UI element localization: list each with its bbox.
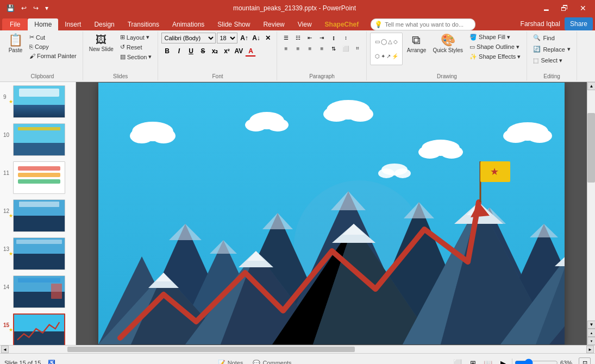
reset-button[interactable]: ↺ Reset — [117, 42, 155, 52]
align-right-btn[interactable]: ≡ — [304, 43, 315, 53]
numbering-btn[interactable]: ☷ — [292, 33, 303, 42]
tab-file[interactable]: File — [2, 18, 28, 30]
tab-transitions[interactable]: Transitions — [121, 18, 166, 30]
scroll-down-btn[interactable]: ▼ — [587, 321, 595, 329]
scrollbar-thumb[interactable] — [587, 113, 595, 182]
scroll-bottom-btn[interactable]: ▼ — [587, 337, 595, 345]
slide-thumbnail-11[interactable] — [13, 161, 65, 194]
tab-home[interactable]: Home — [28, 18, 58, 30]
layout-button[interactable]: ⊞ Layout ▾ — [117, 33, 155, 42]
tab-slideshow[interactable]: Slide Show — [211, 18, 256, 30]
redo-btn[interactable]: ↪ — [31, 3, 41, 13]
h-scroll-left-btn[interactable]: ◄ — [1, 346, 9, 353]
decrease-indent-btn[interactable]: ⇤ — [304, 33, 315, 42]
slide-thumbnail-15[interactable] — [13, 313, 65, 345]
slide-panel[interactable]: 9 ★ 10 11 — [0, 82, 76, 345]
slide-sorter-btn[interactable]: ⊞ — [466, 357, 479, 364]
tab-view[interactable]: View — [291, 18, 318, 30]
shapes-palette[interactable]: ▭ ◯ △ ◇ ⬡ ✦ ↗ ⚡ — [370, 33, 403, 65]
fit-slide-btn[interactable]: ⊡ — [579, 357, 591, 364]
bullets-btn[interactable]: ☰ — [280, 33, 291, 42]
tab-animations[interactable]: Animations — [166, 18, 211, 30]
text-direction-btn[interactable]: ⇅ — [328, 43, 339, 53]
slide-thumbnail-9[interactable] — [13, 85, 65, 118]
subscript-btn[interactable]: x₂ — [209, 46, 220, 57]
strikethrough-btn[interactable]: S — [197, 46, 208, 57]
slide-thumbnail-10[interactable] — [13, 123, 65, 156]
undo-btn[interactable]: ↩ — [19, 3, 29, 13]
tab-review[interactable]: Review — [256, 18, 291, 30]
restore-btn[interactable]: 🗗 — [557, 2, 572, 14]
section-button[interactable]: ▤ Section ▾ — [117, 52, 155, 61]
quick-styles-button[interactable]: 🎨 Quick Styles — [430, 33, 466, 55]
font-size-select[interactable]: 18 — [217, 33, 237, 43]
slide-thumb-13[interactable]: 13 ★ — [2, 236, 73, 271]
notes-button[interactable]: 📝 Notes — [215, 359, 246, 365]
bold-btn[interactable]: B — [161, 46, 172, 57]
slide-thumb-14[interactable]: 14 — [2, 274, 73, 309]
scroll-up-btn[interactable]: ▲ — [587, 82, 595, 90]
cut-button[interactable]: ✂ Cut — [27, 33, 79, 42]
char-spacing-btn[interactable]: AV — [233, 46, 244, 57]
normal-view-btn[interactable]: ⬜ — [451, 357, 464, 364]
decrease-font-btn[interactable]: A↓ — [250, 33, 261, 43]
clear-format-btn[interactable]: ✕ — [262, 33, 273, 43]
tell-me-input[interactable] — [385, 19, 472, 30]
superscript-btn[interactable]: x² — [221, 46, 232, 57]
vertical-scrollbar[interactable]: ▲ ▼ ▲ ▼ — [587, 82, 595, 345]
slideshow-btn[interactable]: ▶ — [497, 357, 510, 364]
slide-thumb-15[interactable]: 15 ★ — [2, 312, 73, 345]
comments-button[interactable]: 💬 Comments — [250, 359, 294, 365]
slide-thumb-10[interactable]: 10 — [2, 122, 73, 157]
copy-button[interactable]: ⎘ Copy — [27, 42, 79, 51]
font-color-btn[interactable]: A — [245, 46, 256, 57]
minimize-btn[interactable]: 🗕 — [538, 2, 554, 14]
slide-thumb-9[interactable]: 9 ★ — [2, 84, 73, 119]
slide-thumbnail-14[interactable] — [13, 275, 65, 308]
columns-btn[interactable]: ⫿ — [328, 33, 339, 42]
slide-thumbnail-13[interactable] — [13, 237, 65, 270]
replace-button[interactable]: 🔄 Replace ▾ — [530, 44, 573, 54]
find-button[interactable]: 🔍 Find — [530, 33, 557, 43]
shape-effects-button[interactable]: ✨ Shape Effects ▾ — [467, 52, 523, 61]
line-spacing-btn[interactable]: ↕ — [340, 33, 351, 42]
font-family-select[interactable]: Calibri (Body) — [161, 33, 216, 43]
reading-view-btn[interactable]: 📖 — [481, 357, 494, 364]
tab-design[interactable]: Design — [87, 18, 121, 30]
format-painter-button[interactable]: 🖌 Format Painter — [27, 52, 79, 60]
copy-icon: ⎘ — [29, 43, 33, 50]
increase-indent-btn[interactable]: ⇥ — [316, 33, 327, 42]
customize-btn[interactable]: ▾ — [43, 3, 51, 13]
italic-btn[interactable]: I — [173, 46, 184, 57]
slide-thumbnail-12[interactable] — [13, 199, 65, 232]
justify-btn[interactable]: ≡ — [316, 43, 327, 53]
tell-me-box[interactable]: 💡 — [371, 18, 475, 30]
h-scroll-right-btn[interactable]: ► — [586, 346, 594, 353]
new-slide-button[interactable]: 🖼 New Slide — [86, 33, 116, 54]
shape-fill-button[interactable]: 🪣 Shape Fill ▾ — [467, 33, 523, 42]
close-btn[interactable]: ✕ — [575, 2, 591, 14]
shape-outline-button[interactable]: ▭ Shape Outline ▾ — [467, 42, 523, 52]
align-center-btn[interactable]: ≡ — [292, 43, 303, 53]
save-quick-btn[interactable]: 💾 — [4, 3, 17, 13]
h-scrollbar-thumb[interactable] — [67, 347, 355, 352]
increase-font-btn[interactable]: A↑ — [239, 33, 249, 43]
zoom-slider[interactable] — [515, 359, 558, 364]
tab-shapechef[interactable]: ShapeChef — [318, 18, 366, 30]
tab-insert[interactable]: Insert — [58, 18, 87, 30]
underline-btn[interactable]: U — [185, 46, 196, 57]
align-left-btn[interactable]: ≡ — [280, 43, 291, 53]
horizontal-scrollbar[interactable]: ◄ ► — [0, 345, 595, 353]
drawing-group: ▭ ◯ △ ◇ ⬡ ✦ ↗ ⚡ ⧉ Arrange 🎨 Quick Styles… — [367, 32, 527, 80]
slide-thumb-12[interactable]: 12 ★ — [2, 198, 73, 233]
share-button[interactable]: Share — [565, 17, 593, 30]
arrange-button[interactable]: ⧉ Arrange — [404, 33, 429, 55]
scroll-expand-up-btn[interactable]: ▲ — [587, 329, 595, 337]
paste-button[interactable]: 📋 Paste — [5, 33, 26, 55]
slide-canvas[interactable]: ★ — [98, 83, 565, 344]
slide-thumb-11[interactable]: 11 — [2, 160, 73, 195]
select-button[interactable]: ⬚ Select ▾ — [530, 55, 565, 66]
align-text-btn[interactable]: ⬜ — [340, 43, 351, 53]
smartart-btn[interactable]: ⌗ — [352, 43, 363, 53]
accessibility-btn[interactable]: ♿ — [45, 359, 58, 365]
